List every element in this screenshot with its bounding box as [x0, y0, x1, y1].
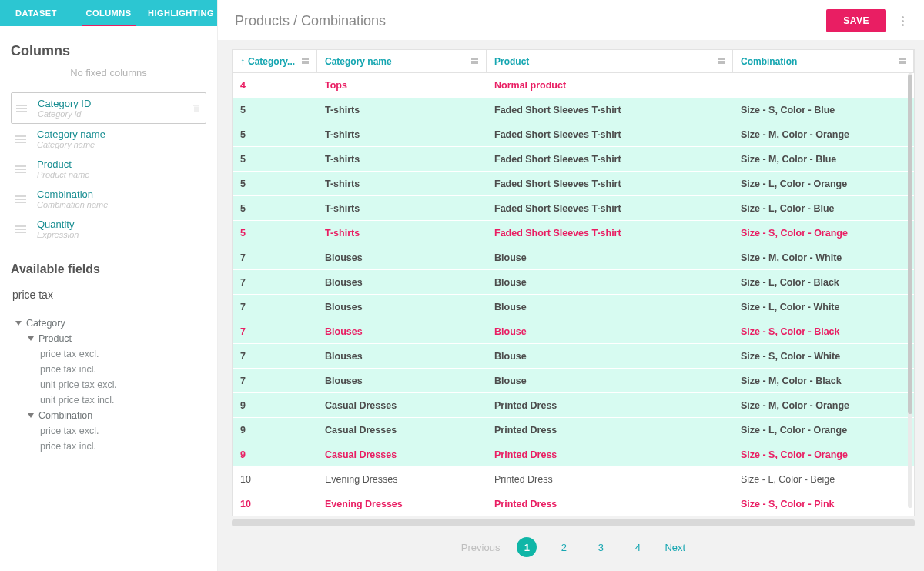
no-fixed-columns-hint: No fixed columns: [11, 67, 206, 78]
tree-node-product[interactable]: Product: [11, 331, 206, 346]
vertical-scrollbar[interactable]: [908, 73, 912, 508]
table-row[interactable]: 5T-shirtsFaded Short Sleeves T-shirtSize…: [233, 98, 914, 122]
tab-columns[interactable]: COLUMNS: [72, 0, 145, 26]
tab-highlighting[interactable]: HIGHLIGHTING: [145, 0, 217, 26]
table-cell: Blouses: [317, 326, 487, 337]
column-menu-icon[interactable]: [899, 58, 906, 64]
table-cell: Size - S, Color - Black: [733, 326, 914, 337]
drag-handle-icon[interactable]: [15, 195, 26, 203]
table-row[interactable]: 5T-shirtsFaded Short Sleeves T-shirtSize…: [233, 172, 914, 196]
table-cell: Size - S, Color - Orange: [733, 228, 914, 239]
drag-handle-icon[interactable]: [15, 135, 26, 143]
column-item[interactable]: Category nameCategory name: [11, 124, 206, 154]
table-cell: 9: [233, 425, 317, 436]
drag-handle-icon[interactable]: [16, 105, 27, 112]
table-cell: Printed Dress: [487, 400, 733, 411]
table-row[interactable]: 7BlousesBlouseSize - L, Color - White: [233, 295, 914, 319]
available-fields-title: Available fields: [11, 262, 206, 276]
table-cell: Printed Dress: [487, 474, 733, 485]
column-item[interactable]: Category IDCategory id: [11, 92, 206, 124]
table-row[interactable]: 5T-shirtsFaded Short Sleeves T-shirtSize…: [233, 147, 914, 172]
table-cell: 10: [233, 474, 317, 485]
more-menu-icon[interactable]: [899, 13, 907, 29]
table-cell: Printed Dress: [487, 499, 733, 509]
column-item-name: Category ID: [38, 98, 192, 109]
table-cell: Size - L, Color - White: [733, 302, 914, 312]
column-header[interactable]: Product: [487, 50, 733, 72]
table-row[interactable]: 4TopsNormal product: [233, 73, 914, 98]
table-cell: T-shirts: [317, 129, 487, 140]
grid-header: Category...Category nameProductCombinati…: [233, 50, 914, 73]
column-item-sub: Category name: [37, 140, 202, 149]
pager-page[interactable]: 3: [591, 537, 611, 557]
column-item[interactable]: ProductProduct name: [11, 154, 206, 184]
table-cell: 5: [233, 203, 317, 214]
table-cell: 5: [233, 179, 317, 189]
column-header[interactable]: Category...: [233, 50, 317, 72]
table-cell: 4: [233, 80, 317, 91]
sidebar-tabs: DATASET COLUMNS HIGHLIGHTING: [0, 0, 217, 26]
column-item-sub: Category id: [38, 109, 192, 119]
tree-leaf[interactable]: unit price tax excl.: [11, 377, 206, 392]
table-row[interactable]: 7BlousesBlouseSize - S, Color - White: [233, 344, 914, 369]
table-row[interactable]: 7BlousesBlouseSize - M, Color - Black: [233, 369, 914, 393]
table-cell: Printed Dress: [487, 425, 733, 436]
column-menu-icon[interactable]: [471, 58, 478, 64]
pager-page[interactable]: 2: [554, 537, 574, 557]
grid-body[interactable]: 4TopsNormal product5T-shirtsFaded Short …: [233, 73, 914, 516]
table-row[interactable]: 9Casual DressesPrinted DressSize - S, Co…: [233, 442, 914, 467]
table-cell: 7: [233, 302, 317, 312]
column-menu-icon[interactable]: [718, 58, 725, 64]
table-cell: T-shirts: [317, 228, 487, 239]
table-cell: 7: [233, 326, 317, 337]
table-cell: Casual Dresses: [317, 449, 487, 460]
column-item-name: Product: [37, 159, 202, 170]
column-header-label: Category name: [325, 56, 392, 67]
column-item-name: Combination: [37, 189, 202, 200]
column-item[interactable]: CombinationCombination name: [11, 184, 206, 214]
table-cell: 5: [233, 154, 317, 165]
tab-dataset[interactable]: DATASET: [0, 0, 72, 26]
table-cell: Blouse: [487, 326, 733, 337]
column-item-sub: Combination name: [37, 200, 202, 209]
table-row[interactable]: 5T-shirtsFaded Short Sleeves T-shirtSize…: [233, 221, 914, 245]
table-row[interactable]: 9Casual DressesPrinted DressSize - M, Co…: [233, 393, 914, 418]
tree-node-category[interactable]: Category: [11, 316, 206, 331]
save-button[interactable]: SAVE: [826, 9, 886, 32]
drag-handle-icon[interactable]: [15, 165, 26, 173]
trash-icon[interactable]: [192, 103, 201, 114]
table-row[interactable]: 7BlousesBlouseSize - S, Color - Black: [233, 319, 914, 344]
column-header[interactable]: Combination: [733, 50, 914, 72]
table-cell: Size - M, Color - Blue: [733, 154, 914, 165]
pager: Previous 1234 Next: [232, 526, 915, 562]
table-row[interactable]: 7BlousesBlouseSize - L, Color - Black: [233, 270, 914, 295]
column-item[interactable]: QuantityExpression: [11, 214, 206, 244]
column-menu-icon[interactable]: [302, 58, 309, 64]
table-row[interactable]: 9Casual DressesPrinted DressSize - L, Co…: [233, 418, 914, 442]
pager-previous[interactable]: Previous: [461, 542, 500, 553]
table-row[interactable]: 7BlousesBlouseSize - M, Color - White: [233, 245, 914, 270]
tree-node-combination[interactable]: Combination: [11, 408, 206, 423]
tree-leaf[interactable]: price tax incl.: [11, 439, 206, 454]
table-row[interactable]: 10Evening DressesPrinted DressSize - S, …: [233, 492, 914, 516]
table-row[interactable]: 5T-shirtsFaded Short Sleeves T-shirtSize…: [233, 122, 914, 147]
pager-page[interactable]: 4: [628, 537, 648, 557]
tree-leaf[interactable]: price tax excl.: [11, 346, 206, 362]
horizontal-scrollbar[interactable]: [232, 519, 915, 526]
available-fields-search-input[interactable]: [11, 284, 206, 306]
table-row[interactable]: 10Evening DressesPrinted DressSize - L, …: [233, 467, 914, 492]
table-cell: Size - S, Color - White: [733, 351, 914, 362]
drag-handle-icon[interactable]: [15, 225, 26, 233]
column-item-sub: Product name: [37, 170, 202, 179]
pager-page[interactable]: 1: [517, 537, 537, 557]
tree-leaf[interactable]: unit price tax incl.: [11, 392, 206, 408]
tree-leaf[interactable]: price tax excl.: [11, 423, 206, 439]
column-header[interactable]: Category name: [317, 50, 487, 72]
table-cell: Blouses: [317, 252, 487, 263]
sidebar: DATASET COLUMNS HIGHLIGHTING Columns No …: [0, 0, 217, 571]
table-cell: 7: [233, 277, 317, 288]
table-cell: Size - M, Color - Black: [733, 376, 914, 386]
pager-next[interactable]: Next: [665, 542, 685, 553]
table-row[interactable]: 5T-shirtsFaded Short Sleeves T-shirtSize…: [233, 196, 914, 221]
tree-leaf[interactable]: price tax incl.: [11, 362, 206, 377]
